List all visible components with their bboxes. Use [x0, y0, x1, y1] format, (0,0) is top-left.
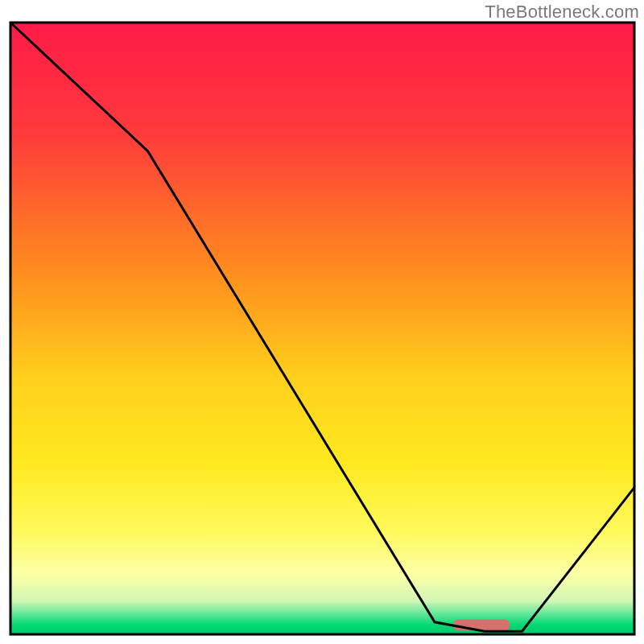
bottleneck-chart — [0, 0, 644, 644]
optimal-marker — [453, 620, 510, 631]
attribution-text: TheBottleneck.com — [485, 2, 639, 23]
gradient-background — [10, 23, 634, 634]
chart-container: TheBottleneck.com — [0, 0, 644, 644]
